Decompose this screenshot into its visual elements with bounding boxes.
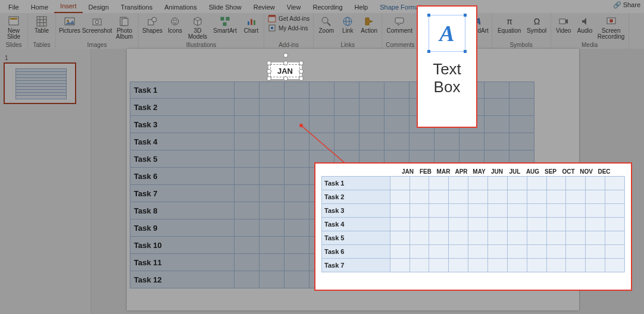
svg-text:Ω: Ω (533, 17, 539, 26)
task-cell: Task 2 (322, 190, 390, 204)
month-cell (390, 204, 409, 218)
month-cell (468, 231, 488, 245)
screenshot-button[interactable]: Screenshot (83, 14, 111, 34)
comment-button[interactable]: Comment (386, 14, 413, 34)
month-cell (566, 245, 586, 259)
tab-design[interactable]: Design (83, 2, 115, 13)
month-cell (507, 177, 527, 190)
group-images-label: Images (60, 41, 135, 48)
month-cell (546, 177, 566, 190)
month-cell (390, 177, 409, 190)
svg-rect-21 (248, 21, 249, 25)
new-slide-button[interactable]: New Slide (4, 14, 24, 40)
tab-transitions[interactable]: Transitions (115, 2, 158, 13)
month-cell (605, 190, 625, 204)
month-cell (468, 177, 488, 190)
action-button[interactable]: Action (360, 14, 378, 34)
svg-rect-2 (37, 17, 46, 26)
month-cell (449, 231, 468, 245)
table-button[interactable]: Table (32, 14, 52, 34)
link-button[interactable]: Link (339, 14, 357, 34)
month-cell (488, 259, 508, 272)
comment-icon (393, 15, 405, 27)
table-row: Task 1 (322, 177, 625, 190)
share-label: Share (623, 1, 640, 8)
month-cell (449, 190, 468, 204)
tab-help[interactable]: Help (349, 2, 374, 13)
video-icon (558, 15, 570, 27)
month-cell (527, 231, 546, 245)
month-cell (507, 245, 527, 259)
video-button[interactable]: Video (555, 14, 573, 34)
photo-album-button[interactable]: Photo Album (114, 14, 135, 40)
svg-rect-1 (10, 18, 17, 20)
group-comments-label: Comments (386, 41, 414, 48)
equation-button[interactable]: πEquation (496, 14, 523, 34)
month-cell (409, 204, 429, 218)
3d-models-button[interactable]: 3D Models (187, 14, 208, 40)
table-row: Task 2 (322, 190, 625, 204)
month-cell (527, 245, 546, 259)
tab-slideshow[interactable]: Slide Show (203, 2, 248, 13)
svg-rect-33 (395, 18, 404, 23)
month-cell (566, 218, 586, 231)
tab-home[interactable]: Home (25, 2, 54, 13)
screen-recording-button[interactable]: Screen Recording (598, 14, 625, 40)
3d-models-icon (192, 15, 204, 27)
month-cell (586, 190, 605, 204)
pictures-button[interactable]: Pictures (60, 14, 80, 34)
chart-button[interactable]: Chart (242, 14, 260, 34)
smartart-button[interactable]: SmartArt (211, 14, 239, 34)
share-button[interactable]: 🔗 Share (613, 1, 640, 9)
group-media-label: Media (555, 41, 625, 48)
month-cell (605, 204, 625, 218)
month-cell (468, 204, 488, 218)
group-addins-label: Add-ins (268, 41, 310, 48)
shapes-icon (146, 15, 158, 27)
audio-button[interactable]: Audio (576, 14, 594, 34)
month-label: MAR (434, 168, 452, 175)
month-cell (546, 218, 566, 231)
task-cell: Task 6 (322, 245, 390, 259)
month-cell (566, 259, 586, 272)
task-cell: Task 4 (322, 218, 390, 231)
month-cell (527, 190, 546, 204)
month-cell (390, 218, 409, 231)
month-cell (429, 190, 449, 204)
month-cell (409, 259, 429, 272)
task-cell: Task 7 (322, 259, 390, 272)
svg-rect-18 (221, 17, 224, 20)
shapes-button[interactable]: Shapes (142, 14, 162, 34)
group-slides-label: Slides (4, 41, 24, 48)
zoom-button[interactable]: Zoom (317, 14, 335, 34)
month-cell (527, 204, 546, 218)
table-row: Task 6 (322, 245, 625, 259)
month-cell (586, 245, 605, 259)
month-cell (488, 204, 508, 218)
month-label: JAN (399, 168, 417, 175)
ribbon: New Slide Slides Table Tables Pictures S… (0, 13, 644, 49)
tab-view[interactable]: View (281, 2, 307, 13)
ribbon-tabs: File Home Insert Design Transitions Anim… (0, 0, 644, 13)
tab-recording[interactable]: Recording (307, 2, 348, 13)
month-cell (586, 231, 605, 245)
tab-review[interactable]: Review (248, 2, 281, 13)
icons-button[interactable]: Icons (166, 14, 184, 34)
get-addins-button[interactable]: Get Add-ins (268, 14, 310, 23)
month-cell (409, 245, 429, 259)
symbol-button[interactable]: ΩSymbol (527, 14, 547, 34)
callout-text-box-label: TextBox (433, 60, 461, 96)
tab-file[interactable]: File (2, 2, 25, 13)
my-addins-button[interactable]: My Add-ins (268, 24, 308, 32)
equation-icon: π (504, 15, 515, 27)
month-cell (468, 218, 488, 231)
month-cell (429, 218, 449, 231)
month-cell (390, 245, 409, 259)
task-cell: Task 1 (322, 177, 390, 190)
tab-insert[interactable]: Insert (54, 1, 83, 13)
month-label: FEB (417, 168, 434, 175)
addins-icon (268, 24, 276, 32)
month-cell (546, 190, 566, 204)
tab-animations[interactable]: Animations (158, 2, 202, 13)
month-cell (429, 259, 449, 272)
